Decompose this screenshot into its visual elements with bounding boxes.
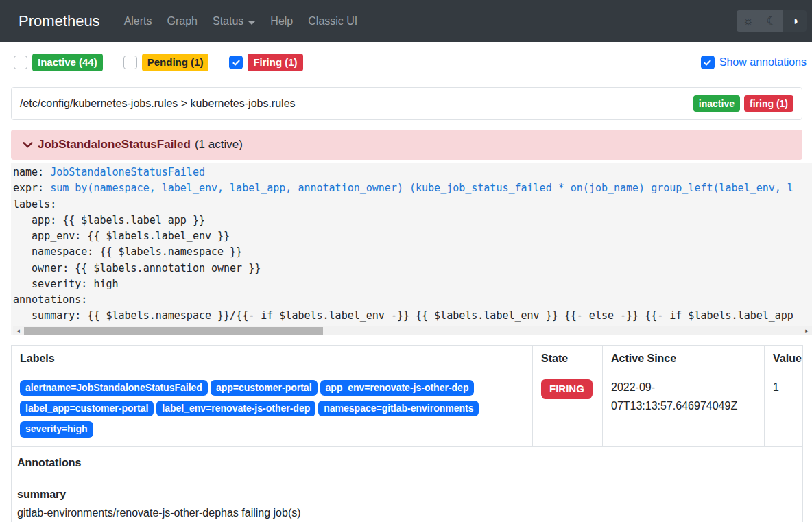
horizontal-scrollbar[interactable]: ◂ ▸ xyxy=(13,326,812,335)
inactive-checkbox[interactable] xyxy=(14,56,27,69)
table-header-row: Labels State Active Since Value xyxy=(12,345,803,372)
nav-classic-ui[interactable]: Classic UI xyxy=(300,10,365,33)
header-active-since: Active Since xyxy=(603,345,765,372)
theme-dark-button[interactable]: ☾ xyxy=(760,10,783,32)
scrollbar-thumb[interactable] xyxy=(24,327,323,335)
annotation-value: gitlab-environments/renovate-js-other-de… xyxy=(17,503,797,522)
active-since-cell: 2022-09-07T13:13:57.646974049Z xyxy=(603,372,765,446)
rule-definition-block: name: JobStandaloneStatusFailed expr: su… xyxy=(11,163,812,335)
annotation-row: summary gitlab-environments/renovate-js-… xyxy=(12,479,803,522)
rule-group-badges: inactive firing (1) xyxy=(693,95,793,112)
chevron-down-icon xyxy=(22,139,34,151)
nav-links: Alerts Graph Status Help Classic UI xyxy=(117,10,366,33)
show-annotations-label: Show annotations xyxy=(719,56,807,69)
label-badge: label_env=renovate-js-other-dep xyxy=(156,401,315,416)
nav-status-label: Status xyxy=(213,15,243,27)
yaml-line: app_env: {{ $labels.label_env }} xyxy=(13,228,812,244)
filter-bar: Inactive (44) Pending (1) Firing (1) Sho… xyxy=(14,54,807,71)
pending-badge[interactable]: Pending (1) xyxy=(142,54,209,71)
yaml-line: app: {{ $labels.label_app }} xyxy=(13,213,812,228)
rule-name-link[interactable]: JobStandaloneStatusFailed xyxy=(50,166,205,178)
theme-auto-button[interactable]: ◑ xyxy=(783,10,807,32)
show-annotations-toggle: Show annotations xyxy=(701,56,807,69)
yaml-line: namespace: {{ $labels.namespace }} xyxy=(13,244,812,260)
alert-row: alertname=JobStandaloneStatusFailedapp=c… xyxy=(12,372,803,446)
rule-group-firing-badge: firing (1) xyxy=(744,95,793,112)
alerts-table: Labels State Active Since Value alertnam… xyxy=(11,345,803,522)
yaml-line: owner: {{ $labels.annotation_owner }} xyxy=(13,261,812,276)
pending-checkbox[interactable] xyxy=(123,56,137,69)
rule-group-title: /etc/config/kubernetes-jobs.rules > kube… xyxy=(20,97,296,110)
theme-light-button[interactable]: ☼ xyxy=(737,10,760,32)
firing-checkbox[interactable] xyxy=(229,56,243,69)
firing-badge[interactable]: Firing (1) xyxy=(248,54,302,71)
state-badge: FIRING xyxy=(541,379,593,399)
label-badge: severity=high xyxy=(20,421,93,437)
filter-pending: Pending (1) xyxy=(123,54,209,71)
label-badge: app_env=renovate-js-other-dep xyxy=(320,380,475,396)
circle-half-icon: ◑ xyxy=(791,10,798,32)
yaml-line: annotations: xyxy=(13,292,812,308)
alert-collapse-toggle[interactable]: JobStandaloneStatusFailed (1 active) xyxy=(11,130,802,160)
yaml-line: severity: high xyxy=(13,276,812,292)
chevron-down-icon xyxy=(248,21,255,25)
inactive-badge[interactable]: Inactive (44) xyxy=(32,54,103,71)
scroll-left-arrow-icon[interactable]: ◂ xyxy=(13,326,23,335)
label-badge: namespace=gitlab-environments xyxy=(318,401,479,416)
header-state: State xyxy=(533,345,603,372)
header-value: Value xyxy=(765,345,803,372)
label-badge: app=customer-portal xyxy=(211,380,318,396)
state-cell: FIRING xyxy=(533,372,603,446)
annotations-heading: Annotations xyxy=(12,446,803,479)
yaml-expr-line: expr: sum by(namespace, label_env, label… xyxy=(13,180,812,196)
nav-status-dropdown[interactable]: Status xyxy=(205,10,263,33)
filter-inactive: Inactive (44) xyxy=(14,54,103,71)
filter-firing: Firing (1) xyxy=(229,54,302,71)
yaml-key: expr: xyxy=(13,182,50,194)
alert-name: JobStandaloneStatusFailed xyxy=(38,138,191,152)
header-labels: Labels xyxy=(12,345,533,372)
scrollbar-track[interactable] xyxy=(23,327,802,335)
rule-group-inactive-badge: inactive xyxy=(693,95,740,112)
value-cell: 1 xyxy=(765,372,803,446)
moon-icon: ☾ xyxy=(766,10,776,32)
app-brand[interactable]: Prometheus xyxy=(19,12,100,30)
alert-active-count: (1 active) xyxy=(195,138,243,152)
yaml-line: labels: xyxy=(13,197,812,213)
sun-icon: ☼ xyxy=(743,10,754,32)
annotations-heading-row: Annotations xyxy=(12,446,803,479)
label-badge: alertname=JobStandaloneStatusFailed xyxy=(20,380,208,396)
yaml-key: name: xyxy=(13,166,50,178)
yaml-line: summary: {{ $labels.namespace }}/{{- if … xyxy=(13,308,812,324)
label-badge: label_app=customer-portal xyxy=(20,401,154,416)
labels-cell: alertname=JobStandaloneStatusFailedapp=c… xyxy=(12,372,533,446)
show-annotations-checkbox[interactable] xyxy=(701,56,715,69)
rule-expr-link[interactable]: sum by(namespace, label_env, label_app, … xyxy=(50,182,793,194)
yaml-name-line: name: JobStandaloneStatusFailed xyxy=(13,165,812,180)
nav-graph[interactable]: Graph xyxy=(160,10,205,33)
annotation-key: summary xyxy=(17,485,797,503)
annotation-cell: summary gitlab-environments/renovate-js-… xyxy=(12,479,803,522)
nav-alerts[interactable]: Alerts xyxy=(117,10,160,33)
nav-help[interactable]: Help xyxy=(263,10,300,33)
navbar: Prometheus Alerts Graph Status Help Clas… xyxy=(0,0,812,42)
scroll-right-arrow-icon[interactable]: ▸ xyxy=(802,326,812,335)
theme-toggle-group: ☼ ☾ ◑ xyxy=(737,10,807,32)
rule-group-card: /etc/config/kubernetes-jobs.rules > kube… xyxy=(11,87,802,120)
